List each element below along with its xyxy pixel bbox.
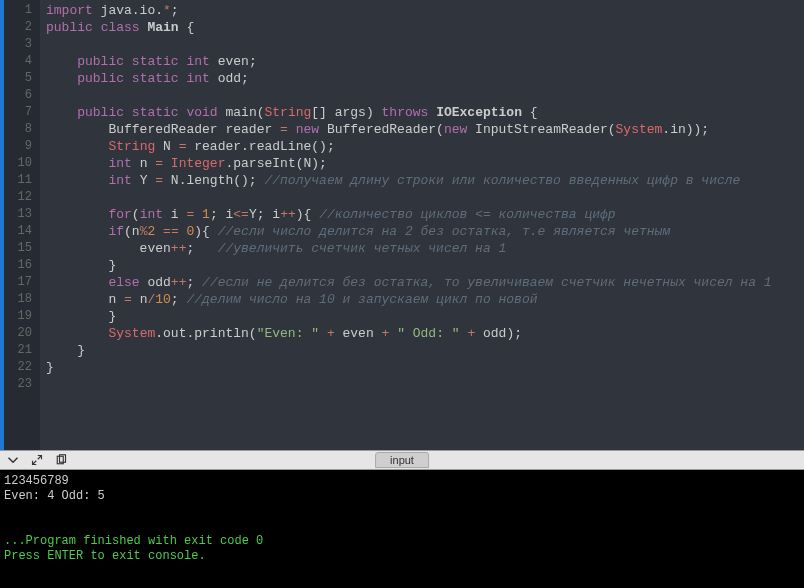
line-number: 21 <box>4 342 32 359</box>
expand-icon[interactable] <box>30 453 44 467</box>
console-panel-bar: input <box>0 450 804 470</box>
line-number: 12 <box>4 189 32 206</box>
code-line[interactable]: even++; //увеличить счетчик четных чисел… <box>46 240 804 257</box>
line-number: 9 <box>4 138 32 155</box>
code-line[interactable]: } <box>46 342 804 359</box>
code-line[interactable]: int Y = N.length(); //получаем длину стр… <box>46 172 804 189</box>
code-line[interactable]: } <box>46 257 804 274</box>
console-line <box>4 504 800 519</box>
console-output[interactable]: 123456789Even: 4 Odd: 5 ...Program finis… <box>0 470 804 588</box>
line-number: 11 <box>4 172 32 189</box>
chevron-down-icon[interactable] <box>6 453 20 467</box>
line-number: 2 <box>4 19 32 36</box>
input-tab[interactable]: input <box>375 452 429 468</box>
code-line[interactable]: System.out.println("Even: " + even + " O… <box>46 325 804 342</box>
console-line: Press ENTER to exit console. <box>4 549 800 564</box>
code-line[interactable]: public class Main { <box>46 19 804 36</box>
line-number: 14 <box>4 223 32 240</box>
copy-icon[interactable] <box>54 453 68 467</box>
line-number: 7 <box>4 104 32 121</box>
console-line: 123456789 <box>4 474 800 489</box>
code-line[interactable] <box>46 87 804 104</box>
line-number: 1 <box>4 2 32 19</box>
line-number: 16 <box>4 257 32 274</box>
line-number: 13 <box>4 206 32 223</box>
line-number: 22 <box>4 359 32 376</box>
line-number: 5 <box>4 70 32 87</box>
editor-area: 1234567891011121314151617181920212223 im… <box>0 0 804 450</box>
code-line[interactable] <box>46 376 804 393</box>
console-line: ...Program finished with exit code 0 <box>4 534 800 549</box>
line-number: 23 <box>4 376 32 393</box>
code-line[interactable] <box>46 189 804 206</box>
line-number: 19 <box>4 308 32 325</box>
code-line[interactable]: n = n/10; //делим число на 10 и запускае… <box>46 291 804 308</box>
line-number: 20 <box>4 325 32 342</box>
line-number: 6 <box>4 87 32 104</box>
code-line[interactable]: else odd++; //если не делится без остатк… <box>46 274 804 291</box>
line-number-gutter[interactable]: 1234567891011121314151617181920212223 <box>4 0 40 450</box>
line-number: 4 <box>4 53 32 70</box>
code-line[interactable]: } <box>46 359 804 376</box>
code-line[interactable]: public static int odd; <box>46 70 804 87</box>
console-line: Even: 4 Odd: 5 <box>4 489 800 504</box>
console-line <box>4 519 800 534</box>
code-line[interactable]: import java.io.*; <box>46 2 804 19</box>
line-number: 18 <box>4 291 32 308</box>
code-line[interactable]: int n = Integer.parseInt(N); <box>46 155 804 172</box>
code-editor[interactable]: import java.io.*;public class Main { pub… <box>40 0 804 450</box>
code-line[interactable]: String N = reader.readLine(); <box>46 138 804 155</box>
code-line[interactable]: public static void main(String[] args) t… <box>46 104 804 121</box>
line-number: 17 <box>4 274 32 291</box>
line-number: 15 <box>4 240 32 257</box>
code-line[interactable]: public static int even; <box>46 53 804 70</box>
line-number: 10 <box>4 155 32 172</box>
code-line[interactable]: for(int i = 1; i<=Y; i++){ //количество … <box>46 206 804 223</box>
code-line[interactable]: if(n%2 == 0){ //если число делится на 2 … <box>46 223 804 240</box>
code-line[interactable] <box>46 36 804 53</box>
code-line[interactable]: BufferedReader reader = new BufferedRead… <box>46 121 804 138</box>
code-line[interactable]: } <box>46 308 804 325</box>
line-number: 8 <box>4 121 32 138</box>
line-number: 3 <box>4 36 32 53</box>
